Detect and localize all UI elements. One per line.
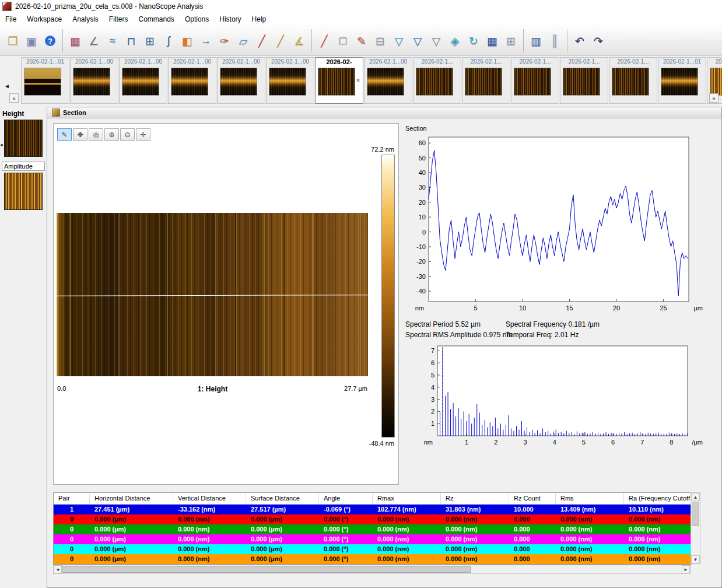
autoscale-tool-icon[interactable]: ✛ [136, 128, 150, 141]
column-header[interactable]: Angle [319, 493, 373, 504]
thumbnail-image[interactable] [171, 68, 208, 96]
image-tab[interactable]: 2026-02-1... [462, 57, 510, 104]
thumbnail-image[interactable] [122, 68, 159, 96]
column-header[interactable]: Vertical Distance [173, 493, 246, 504]
channel-label-amplitude[interactable]: Amplitude [2, 162, 45, 171]
menu-analysis[interactable]: Analysis [67, 13, 104, 25]
table-row[interactable]: 00.000 (µm)0.000 (nm)0.000 (µm)0.000 (°)… [54, 544, 691, 554]
menu-workspace[interactable]: Workspace [22, 13, 67, 25]
highpass-filter-icon[interactable]: ▽ [408, 30, 427, 52]
image-tab[interactable]: 2026-02-1...00 [217, 57, 265, 104]
zoom-out-tool-icon[interactable]: ⊖ [120, 128, 135, 141]
strip-scroll-prev-icon[interactable]: ◄ [2, 82, 12, 91]
ruler-red-icon[interactable]: ╱ [253, 30, 271, 52]
columns-icon[interactable]: ║ [545, 30, 564, 52]
thumbnail-image[interactable] [612, 68, 649, 96]
median-filter-icon[interactable]: ▽ [427, 30, 446, 52]
thumbnail-image[interactable] [710, 68, 722, 96]
pour-color-icon[interactable]: ≈ [103, 30, 122, 52]
scroll-right-icon[interactable]: ► [682, 565, 690, 573]
strip-scroll-right-button[interactable]: » [709, 93, 719, 103]
image-tab[interactable]: 2026-02-1...00 [364, 57, 412, 104]
image-tab[interactable]: 2026-02-1...01 [21, 57, 69, 104]
column-header[interactable]: Rz [441, 493, 509, 504]
roughness-icon[interactable]: ▦ [66, 30, 85, 52]
marker-tool-icon[interactable]: ✎ [57, 128, 72, 141]
thumbnail-image[interactable] [318, 68, 355, 96]
image-tab[interactable]: 2026-02-× [315, 57, 363, 104]
image-grid-icon[interactable]: ▦ [483, 30, 502, 52]
scroll-thumb[interactable] [62, 566, 471, 573]
image-tab[interactable]: 2026-02-1...01 [658, 57, 706, 104]
crop-icon[interactable]: □ [334, 30, 352, 52]
color-palette-icon[interactable]: ◧ [178, 30, 197, 52]
strip-scroll-left-button[interactable]: « [9, 93, 19, 103]
pencil-icon[interactable]: ✎ [352, 30, 371, 52]
scroll-up-icon[interactable]: ▲ [691, 493, 700, 501]
zoom-in-tool-icon[interactable]: ⊕ [104, 128, 119, 141]
spectrum-icon[interactable]: ∫ [159, 30, 178, 52]
export-image-icon[interactable]: → [197, 30, 215, 52]
spectrum-chart[interactable]: 123456712345678nm/µm [405, 341, 704, 450]
table-row[interactable]: 00.000 (µm)0.000 (nm)0.000 (µm)0.000 (°)… [54, 514, 691, 524]
image-tab[interactable]: 2026-02-1...00 [119, 57, 167, 104]
column-header[interactable]: Ra (Frequency Cutoff [624, 493, 691, 504]
image-tab[interactable]: 2026-02-1...00 [168, 57, 216, 104]
table-row[interactable]: 00.000 (µm)0.000 (nm)0.000 (µm)0.000 (°)… [54, 534, 691, 544]
save-icon[interactable]: ▣ [22, 30, 41, 52]
layers-icon[interactable]: ⊞ [141, 30, 159, 52]
surface-3d-icon[interactable]: ◈ [446, 30, 464, 52]
image-tab[interactable]: 2026-02-1... [560, 57, 608, 104]
roller-icon[interactable]: ⊟ [371, 30, 390, 52]
thumbnail-image[interactable] [416, 68, 453, 96]
menu-help[interactable]: Help [247, 13, 272, 25]
image-tab[interactable]: 2026-02-1... [609, 57, 657, 104]
table-row[interactable]: 00.000 (µm)0.000 (nm)0.000 (µm)0.000 (°)… [54, 554, 691, 564]
angle-measure-icon[interactable]: ∡ [290, 30, 309, 52]
layout-panels-icon[interactable]: ▥ [527, 30, 545, 52]
column-header[interactable]: Surface Distance [246, 493, 319, 504]
menu-options[interactable]: Options [180, 13, 214, 25]
thumbnail-image[interactable] [24, 68, 61, 96]
thumbnail-image[interactable] [73, 68, 110, 96]
thumbnail-image[interactable] [465, 68, 502, 96]
thumbnail-image[interactable] [220, 68, 257, 96]
thumbnail-image[interactable] [661, 68, 698, 96]
thumbnail-image[interactable] [514, 68, 551, 96]
image-tab[interactable]: 2026-02-1... [413, 57, 461, 104]
close-icon[interactable]: × [355, 78, 362, 85]
sidebar-scroll-icon[interactable]: ◂ [0, 142, 3, 148]
undo-icon[interactable]: ↶ [570, 30, 589, 52]
menu-file[interactable]: File [0, 13, 22, 25]
menu-filters[interactable]: Filters [104, 13, 134, 25]
rotate-3d-icon[interactable]: ↻ [464, 30, 483, 52]
channel-thumbnail-height[interactable] [4, 120, 43, 157]
column-header[interactable]: Horizontal Distance [90, 493, 173, 504]
step-measure-icon[interactable]: ⊓ [122, 30, 141, 52]
thumbnail-image[interactable] [269, 68, 306, 96]
open-file-icon[interactable]: ❒ [3, 30, 22, 52]
menu-history[interactable]: History [214, 13, 246, 25]
table-vertical-scrollbar[interactable]: ▲▼ [691, 492, 700, 564]
menu-commands[interactable]: Commands [134, 13, 180, 25]
channel-thumbnail-amplitude[interactable] [4, 173, 43, 210]
zoom-box-tool-icon[interactable]: ◎ [89, 128, 103, 141]
column-header[interactable]: Rms [556, 493, 624, 504]
help-icon[interactable]: ? [41, 30, 59, 52]
column-header[interactable]: Rz Count [509, 493, 556, 504]
ruler-gold-icon[interactable]: ╱ [271, 30, 290, 52]
column-header[interactable]: Rmax [373, 493, 441, 504]
axis-3d-icon[interactable]: ∠ [85, 30, 103, 52]
image-tab[interactable]: 2026-02-1...00 [70, 57, 118, 104]
scroll-thumb[interactable] [692, 502, 699, 526]
scroll-left-icon[interactable]: ◄ [54, 565, 62, 573]
table-row[interactable]: 127.451 (µm)-33.162 (nm)27.517 (µm)-0.06… [54, 505, 691, 514]
thumbnail-image[interactable] [563, 68, 600, 96]
table-row[interactable]: 00.000 (µm)0.000 (nm)0.000 (µm)0.000 (°)… [54, 524, 691, 534]
pan-tool-icon[interactable]: ✥ [73, 128, 87, 141]
plane-fit-icon[interactable]: ▱ [234, 30, 253, 52]
section-profile-chart[interactable]: 6050403020100-10-20-30-40510152025nmµm [405, 132, 704, 314]
column-header[interactable]: Pair [54, 493, 90, 504]
brush-icon[interactable]: ✑ [215, 30, 234, 52]
calculator-icon[interactable]: ⊞ [502, 30, 520, 52]
